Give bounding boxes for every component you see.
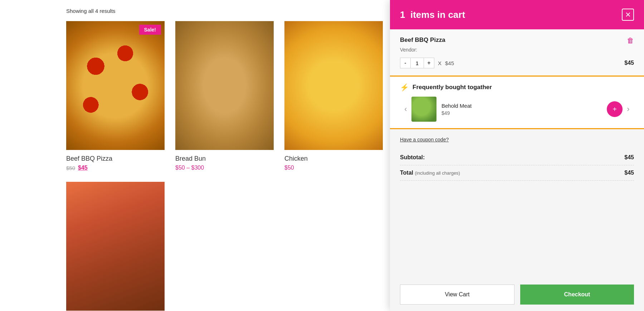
price-new: $45: [78, 165, 88, 171]
coupon-section: Have a coupon code?: [390, 129, 644, 146]
subtotal-amount: $45: [624, 154, 634, 161]
subtotal-label: Subtotal:: [400, 154, 425, 161]
cart-title: 1 items in cart: [400, 9, 465, 20]
frequently-bought-section: ⚡ Frequently bought togather ‹ Behold Me…: [390, 77, 644, 128]
price-old: $50: [66, 165, 75, 171]
price-wrap: $50 $45: [66, 165, 165, 171]
product-info-bread-bun: Bread Bun $50 – $300: [175, 150, 274, 171]
salmon-image: [66, 182, 165, 311]
product-image-salmon[interactable]: [66, 182, 165, 311]
add-to-cart-button[interactable]: +: [607, 101, 623, 117]
price-range: $50 – $300: [175, 165, 204, 171]
multiply-symbol: X: [438, 60, 441, 66]
cart-item-top: Beef BBQ Pizza 🗑: [400, 37, 634, 45]
frequently-carousel: ‹ Behold Meat $49 + ›: [400, 97, 634, 122]
coupon-link[interactable]: Have a coupon code?: [400, 137, 449, 142]
cart-panel: 1 items in cart ✕ Beef BBQ Pizza 🗑 Vendo…: [390, 0, 644, 311]
trash-icon[interactable]: 🗑: [627, 37, 634, 45]
unit-price: $45: [445, 60, 454, 66]
cart-footer: View Cart Checkout: [390, 278, 644, 311]
cart-count: 1: [400, 9, 405, 20]
total-amount: $45: [624, 170, 634, 176]
totals-section: Subtotal: $45 Total (including all charg…: [390, 146, 644, 184]
price-wrap: $50 – $300: [175, 165, 274, 171]
qty-value: 1: [411, 58, 424, 68]
cart-item-section: Beef BBQ Pizza 🗑 Vendor: - 1 + X $45 $45: [390, 29, 644, 76]
close-icon: ✕: [625, 11, 631, 18]
cart-header: 1 items in cart ✕: [390, 0, 644, 29]
frequently-item-image: [411, 97, 436, 122]
carousel-next-button[interactable]: ›: [623, 103, 634, 115]
product-image-bread-bun[interactable]: [175, 21, 274, 150]
cart-items-label: items in cart: [410, 9, 465, 20]
cart-item-total: $45: [624, 60, 634, 66]
plus-icon: +: [613, 105, 617, 113]
pizza-image: [66, 21, 165, 150]
salad-image: [411, 97, 436, 122]
product-name: Beef BBQ Pizza: [66, 155, 165, 162]
product-card-beef-bbq-pizza[interactable]: Sale! Beef BBQ Pizza $50 $45: [66, 21, 165, 171]
frequently-title-row: ⚡ Frequently bought togather: [400, 83, 634, 92]
product-card-chicken[interactable]: Chicken $50: [284, 21, 383, 171]
subtotal-row: Subtotal: $45: [400, 150, 634, 165]
product-name: Bread Bun: [175, 155, 274, 162]
frequently-title: Frequently bought togather: [413, 84, 492, 91]
total-row: Total (including all charges) $45: [400, 165, 634, 181]
total-label: Total (including all charges): [400, 170, 460, 176]
results-count: Showing all 4 results: [66, 4, 383, 21]
frequently-item-name: Behold Meat: [441, 103, 472, 109]
qty-decrease-button[interactable]: -: [400, 58, 411, 68]
cart-close-button[interactable]: ✕: [622, 9, 634, 21]
spacer: [390, 184, 644, 278]
product-image-beef-bbq-pizza[interactable]: Sale!: [66, 21, 165, 150]
frequently-item-info: Behold Meat $49: [441, 103, 472, 116]
cart-vendor: Vendor:: [400, 47, 634, 53]
frequently-item-price: $49: [441, 110, 472, 116]
price-wrap: $50: [284, 165, 383, 171]
cart-qty-row: - 1 + X $45 $45: [400, 58, 634, 68]
bread-image: [175, 21, 274, 150]
bolt-icon: ⚡: [400, 83, 409, 92]
product-name: Chicken: [284, 155, 383, 162]
product-info-beef-bbq-pizza: Beef BBQ Pizza $50 $45: [66, 150, 165, 171]
chicken-image: [284, 21, 383, 150]
sale-badge: Sale!: [139, 25, 161, 35]
cart-item-name: Beef BBQ Pizza: [400, 37, 445, 44]
product-info-chicken: Chicken $50: [284, 150, 383, 171]
total-sublabel: (including all charges): [415, 170, 460, 176]
product-card-bread-bun[interactable]: Bread Bun $50 – $300: [175, 21, 274, 171]
price-single: $50: [284, 165, 294, 171]
checkout-button[interactable]: Checkout: [520, 285, 634, 305]
frequently-item: Behold Meat $49: [411, 97, 607, 122]
qty-increase-button[interactable]: +: [424, 58, 434, 68]
view-cart-button[interactable]: View Cart: [400, 285, 514, 305]
main-content: Showing all 4 results Sale! Beef BBQ Piz…: [0, 0, 390, 311]
product-card-salmon[interactable]: Salmon: [66, 182, 165, 311]
qty-controls: - 1 + X $45: [400, 58, 454, 68]
carousel-prev-button[interactable]: ‹: [400, 103, 411, 115]
product-grid: Sale! Beef BBQ Pizza $50 $45 Bread Bun $…: [66, 21, 383, 311]
product-image-chicken[interactable]: [284, 21, 383, 150]
